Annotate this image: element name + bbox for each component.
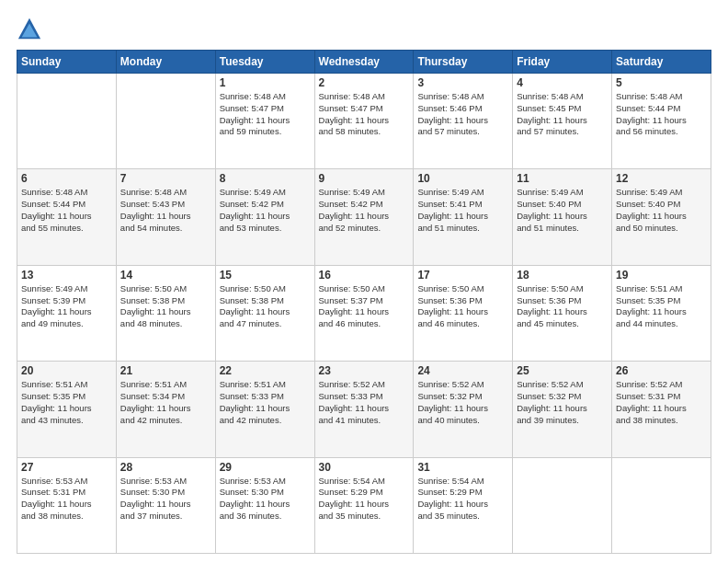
calendar-cell: 6Sunrise: 5:48 AM Sunset: 5:44 PM Daylig… — [17, 169, 117, 265]
calendar-cell — [612, 457, 711, 553]
day-number: 28 — [120, 461, 211, 474]
calendar-cell: 22Sunrise: 5:51 AM Sunset: 5:33 PM Dayli… — [215, 362, 314, 457]
day-number: 3 — [417, 76, 508, 89]
day-number: 30 — [319, 461, 410, 474]
day-info: Sunrise: 5:48 AM Sunset: 5:44 PM Dayligh… — [616, 91, 707, 138]
weekday-header: Wednesday — [314, 51, 414, 74]
day-number: 29 — [220, 461, 311, 474]
day-number: 6 — [21, 172, 112, 185]
day-info: Sunrise: 5:53 AM Sunset: 5:30 PM Dayligh… — [120, 476, 211, 523]
weekday-header: Saturday — [612, 51, 711, 74]
calendar-cell: 8Sunrise: 5:49 AM Sunset: 5:42 PM Daylig… — [215, 169, 314, 265]
calendar-cell: 1Sunrise: 5:48 AM Sunset: 5:47 PM Daylig… — [215, 74, 314, 169]
day-info: Sunrise: 5:49 AM Sunset: 5:42 PM Dayligh… — [319, 187, 410, 234]
day-info: Sunrise: 5:50 AM Sunset: 5:36 PM Dayligh… — [417, 283, 508, 330]
day-info: Sunrise: 5:50 AM Sunset: 5:38 PM Dayligh… — [220, 283, 311, 330]
day-info: Sunrise: 5:50 AM Sunset: 5:36 PM Dayligh… — [517, 283, 608, 330]
day-info: Sunrise: 5:52 AM Sunset: 5:32 PM Dayligh… — [417, 379, 508, 426]
calendar-cell — [17, 74, 117, 169]
day-number: 10 — [417, 172, 508, 185]
day-number: 9 — [319, 172, 410, 185]
header — [17, 17, 711, 42]
calendar-cell: 23Sunrise: 5:52 AM Sunset: 5:33 PM Dayli… — [314, 362, 414, 457]
calendar-cell: 18Sunrise: 5:50 AM Sunset: 5:36 PM Dayli… — [513, 265, 612, 361]
day-info: Sunrise: 5:52 AM Sunset: 5:31 PM Dayligh… — [616, 379, 707, 426]
day-info: Sunrise: 5:48 AM Sunset: 5:47 PM Dayligh… — [220, 91, 311, 138]
day-number: 16 — [319, 269, 410, 282]
day-info: Sunrise: 5:54 AM Sunset: 5:29 PM Dayligh… — [417, 476, 508, 523]
calendar-table: SundayMondayTuesdayWednesdayThursdayFrid… — [17, 50, 711, 554]
day-number: 8 — [220, 172, 311, 185]
day-info: Sunrise: 5:53 AM Sunset: 5:30 PM Dayligh… — [220, 476, 311, 523]
day-info: Sunrise: 5:50 AM Sunset: 5:38 PM Dayligh… — [120, 283, 211, 330]
calendar-cell: 16Sunrise: 5:50 AM Sunset: 5:37 PM Dayli… — [314, 265, 414, 361]
day-number: 19 — [616, 269, 707, 282]
weekday-header: Tuesday — [215, 51, 314, 74]
day-number: 13 — [21, 269, 112, 282]
calendar-cell: 28Sunrise: 5:53 AM Sunset: 5:30 PM Dayli… — [116, 457, 215, 553]
day-info: Sunrise: 5:50 AM Sunset: 5:37 PM Dayligh… — [319, 283, 410, 330]
weekday-header: Sunday — [17, 51, 117, 74]
calendar-cell: 14Sunrise: 5:50 AM Sunset: 5:38 PM Dayli… — [116, 265, 215, 361]
day-info: Sunrise: 5:51 AM Sunset: 5:33 PM Dayligh… — [220, 379, 311, 426]
calendar-cell — [116, 74, 215, 169]
day-info: Sunrise: 5:49 AM Sunset: 5:42 PM Dayligh… — [220, 187, 311, 234]
calendar-cell: 31Sunrise: 5:54 AM Sunset: 5:29 PM Dayli… — [414, 457, 513, 553]
day-info: Sunrise: 5:51 AM Sunset: 5:34 PM Dayligh… — [120, 379, 211, 426]
calendar-cell: 29Sunrise: 5:53 AM Sunset: 5:30 PM Dayli… — [215, 457, 314, 553]
calendar-week-row: 27Sunrise: 5:53 AM Sunset: 5:31 PM Dayli… — [17, 457, 711, 553]
calendar-cell: 27Sunrise: 5:53 AM Sunset: 5:31 PM Dayli… — [17, 457, 117, 553]
day-number: 4 — [517, 76, 608, 89]
day-info: Sunrise: 5:52 AM Sunset: 5:32 PM Dayligh… — [517, 379, 608, 426]
calendar-cell: 24Sunrise: 5:52 AM Sunset: 5:32 PM Dayli… — [414, 362, 513, 457]
day-info: Sunrise: 5:48 AM Sunset: 5:44 PM Dayligh… — [21, 187, 112, 234]
day-number: 17 — [417, 269, 508, 282]
day-number: 25 — [517, 364, 608, 377]
day-number: 22 — [220, 364, 311, 377]
day-info: Sunrise: 5:49 AM Sunset: 5:39 PM Dayligh… — [21, 283, 112, 330]
calendar-cell: 21Sunrise: 5:51 AM Sunset: 5:34 PM Dayli… — [116, 362, 215, 457]
calendar-header-row: SundayMondayTuesdayWednesdayThursdayFrid… — [17, 51, 711, 74]
day-info: Sunrise: 5:54 AM Sunset: 5:29 PM Dayligh… — [319, 476, 410, 523]
day-number: 20 — [21, 364, 112, 377]
day-info: Sunrise: 5:49 AM Sunset: 5:40 PM Dayligh… — [517, 187, 608, 234]
day-info: Sunrise: 5:51 AM Sunset: 5:35 PM Dayligh… — [21, 379, 112, 426]
logo — [17, 17, 46, 42]
day-info: Sunrise: 5:48 AM Sunset: 5:46 PM Dayligh… — [417, 91, 508, 138]
weekday-header: Thursday — [414, 51, 513, 74]
day-number: 2 — [319, 76, 410, 89]
day-number: 18 — [517, 269, 608, 282]
calendar-cell: 12Sunrise: 5:49 AM Sunset: 5:40 PM Dayli… — [612, 169, 711, 265]
day-number: 14 — [120, 269, 211, 282]
day-info: Sunrise: 5:49 AM Sunset: 5:40 PM Dayligh… — [616, 187, 707, 234]
day-number: 21 — [120, 364, 211, 377]
calendar-cell: 19Sunrise: 5:51 AM Sunset: 5:35 PM Dayli… — [612, 265, 711, 361]
day-info: Sunrise: 5:49 AM Sunset: 5:41 PM Dayligh… — [417, 187, 508, 234]
calendar-cell: 3Sunrise: 5:48 AM Sunset: 5:46 PM Daylig… — [414, 74, 513, 169]
calendar-week-row: 1Sunrise: 5:48 AM Sunset: 5:47 PM Daylig… — [17, 74, 711, 169]
calendar-week-row: 13Sunrise: 5:49 AM Sunset: 5:39 PM Dayli… — [17, 265, 711, 361]
calendar-cell — [513, 457, 612, 553]
day-number: 11 — [517, 172, 608, 185]
calendar-cell: 9Sunrise: 5:49 AM Sunset: 5:42 PM Daylig… — [314, 169, 414, 265]
day-number: 15 — [220, 269, 311, 282]
day-number: 7 — [120, 172, 211, 185]
calendar-cell: 30Sunrise: 5:54 AM Sunset: 5:29 PM Dayli… — [314, 457, 414, 553]
calendar-cell: 26Sunrise: 5:52 AM Sunset: 5:31 PM Dayli… — [612, 362, 711, 457]
calendar-cell: 4Sunrise: 5:48 AM Sunset: 5:45 PM Daylig… — [513, 74, 612, 169]
calendar-cell: 17Sunrise: 5:50 AM Sunset: 5:36 PM Dayli… — [414, 265, 513, 361]
weekday-header: Friday — [513, 51, 612, 74]
calendar-cell: 10Sunrise: 5:49 AM Sunset: 5:41 PM Dayli… — [414, 169, 513, 265]
day-number: 5 — [616, 76, 707, 89]
day-number: 26 — [616, 364, 707, 377]
calendar-cell: 5Sunrise: 5:48 AM Sunset: 5:44 PM Daylig… — [612, 74, 711, 169]
calendar-cell: 20Sunrise: 5:51 AM Sunset: 5:35 PM Dayli… — [17, 362, 117, 457]
day-info: Sunrise: 5:51 AM Sunset: 5:35 PM Dayligh… — [616, 283, 707, 330]
day-info: Sunrise: 5:48 AM Sunset: 5:47 PM Dayligh… — [319, 91, 410, 138]
logo-icon — [17, 17, 42, 42]
calendar-week-row: 6Sunrise: 5:48 AM Sunset: 5:44 PM Daylig… — [17, 169, 711, 265]
calendar-cell: 25Sunrise: 5:52 AM Sunset: 5:32 PM Dayli… — [513, 362, 612, 457]
calendar-week-row: 20Sunrise: 5:51 AM Sunset: 5:35 PM Dayli… — [17, 362, 711, 457]
calendar-cell: 15Sunrise: 5:50 AM Sunset: 5:38 PM Dayli… — [215, 265, 314, 361]
day-info: Sunrise: 5:53 AM Sunset: 5:31 PM Dayligh… — [21, 476, 112, 523]
